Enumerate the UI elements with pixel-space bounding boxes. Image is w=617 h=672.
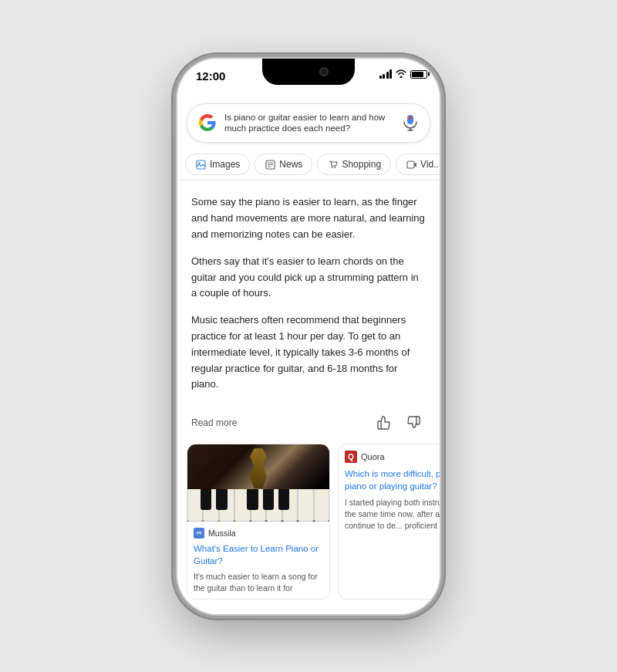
status-icons bbox=[379, 69, 428, 79]
card-quora[interactable]: Q Quora Which is more difficult, playing… bbox=[338, 444, 440, 599]
tab-shopping[interactable]: Shopping bbox=[317, 154, 391, 175]
tab-videos[interactable]: Vid... bbox=[396, 154, 440, 175]
quora-logo: Q bbox=[345, 451, 357, 463]
card-mussila[interactable]: Mussila What's Easier to Learn Piano or … bbox=[187, 444, 330, 599]
search-container: Is piano or guitar easier to learn and h… bbox=[177, 97, 440, 150]
mic-icon[interactable] bbox=[402, 114, 419, 131]
feedback-row: Read more bbox=[177, 411, 440, 444]
svg-point-11 bbox=[334, 167, 335, 168]
svg-point-10 bbox=[331, 167, 332, 168]
source-name: Mussila bbox=[208, 528, 236, 538]
card-source: Mussila bbox=[194, 528, 323, 539]
signal-icon bbox=[379, 69, 393, 79]
card-mussila-meta: Mussila What's Easier to Learn Piano or … bbox=[187, 522, 329, 599]
wifi-icon bbox=[396, 69, 406, 79]
card-snippet: It's much easier to learn a song for the… bbox=[194, 571, 323, 593]
content-area: Some say the piano is easier to learn, a… bbox=[177, 181, 440, 613]
quora-title[interactable]: Which is more difficult, playing piano o… bbox=[339, 463, 440, 497]
quora-source-name: Quora bbox=[361, 452, 385, 461]
svg-rect-12 bbox=[407, 161, 414, 168]
camera bbox=[319, 67, 329, 76]
answer-paragraph-2: Others say that it's easier to learn cho… bbox=[191, 254, 426, 302]
article-cards: Mussila What's Easier to Learn Piano or … bbox=[177, 444, 440, 599]
svg-rect-4 bbox=[197, 160, 205, 169]
answer-paragraph-3: Music teachers often recommend that begi… bbox=[191, 312, 426, 393]
tab-images[interactable]: Images bbox=[185, 154, 250, 175]
answer-section: Some say the piano is easier to learn, a… bbox=[177, 181, 440, 411]
filter-tabs: Images News Shopping Vid... bbox=[177, 149, 440, 181]
videos-label: Vid... bbox=[420, 159, 440, 170]
read-more-link[interactable]: Read more bbox=[191, 417, 237, 428]
phone-screen: 12:00 bbox=[177, 59, 440, 614]
images-icon bbox=[195, 159, 206, 170]
videos-icon bbox=[406, 159, 416, 170]
shopping-icon bbox=[327, 159, 338, 170]
search-bar[interactable]: Is piano or guitar easier to learn and h… bbox=[187, 103, 430, 144]
svg-point-5 bbox=[198, 162, 200, 164]
feedback-icons bbox=[372, 411, 426, 434]
phone-frame: 12:00 bbox=[177, 59, 440, 614]
thumbs-up-button[interactable] bbox=[372, 411, 395, 434]
shopping-label: Shopping bbox=[342, 159, 381, 170]
mussila-logo bbox=[194, 528, 204, 539]
notch bbox=[262, 59, 355, 85]
thumbs-down-button[interactable] bbox=[403, 411, 426, 434]
card-title[interactable]: What's Easier to Learn Piano or Guitar? bbox=[194, 542, 323, 567]
news-icon bbox=[265, 159, 275, 170]
tab-news[interactable]: News bbox=[255, 154, 312, 175]
images-label: Images bbox=[210, 159, 240, 170]
battery-icon bbox=[410, 70, 427, 79]
answer-paragraph-1: Some say the piano is easier to learn, a… bbox=[191, 194, 426, 242]
news-label: News bbox=[279, 159, 302, 170]
quora-header: Q Quora bbox=[339, 444, 440, 463]
search-query[interactable]: Is piano or guitar easier to learn and h… bbox=[224, 112, 394, 135]
piano-image bbox=[187, 444, 329, 522]
svg-rect-1 bbox=[409, 117, 413, 120]
quora-snippet: I started playing both instruments the s… bbox=[339, 497, 440, 537]
google-logo bbox=[198, 113, 217, 132]
